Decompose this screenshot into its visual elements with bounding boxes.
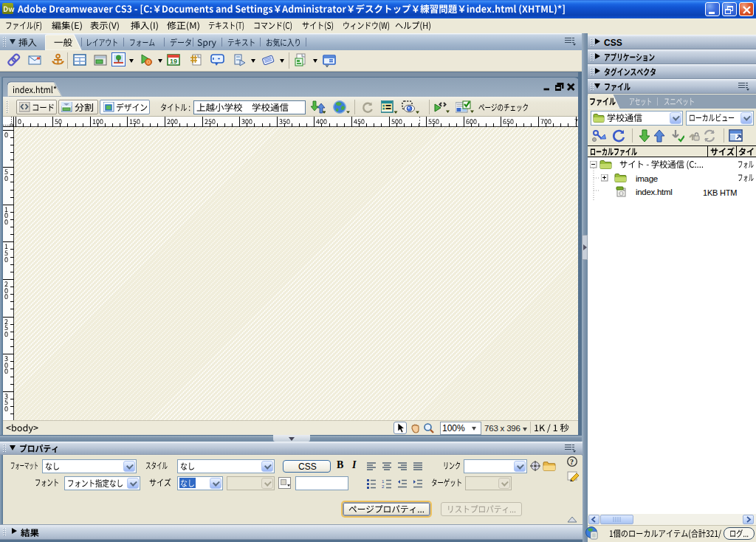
svg-text:?: ? — [570, 458, 574, 466]
svg-text:19: 19 — [170, 58, 177, 65]
svg-text:2: 2 — [382, 484, 385, 489]
svg-text:1: 1 — [382, 479, 385, 484]
